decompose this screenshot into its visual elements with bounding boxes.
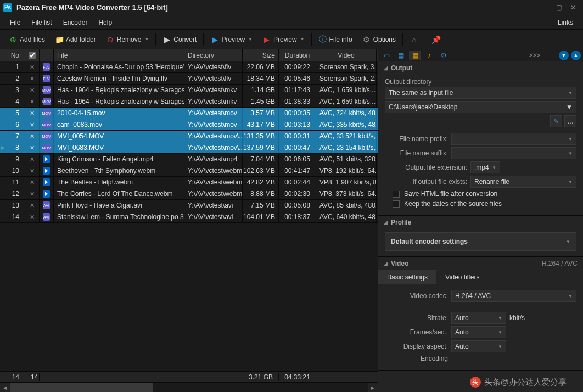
keep-dates-check[interactable]: Keep the dates of the source files xyxy=(385,200,576,208)
remove-button[interactable]: ⊖Remove▼ xyxy=(102,33,154,46)
options-button[interactable]: ⚙Options xyxy=(358,33,400,46)
row-dir: Y:\AV\vctest\mkv xyxy=(184,85,243,96)
row-remove[interactable]: ✕ xyxy=(25,154,40,165)
row-remove[interactable]: ✕ xyxy=(25,142,40,153)
table-row[interactable]: 2✕FLVCzesław Niemen - Inside I'm Dying.f… xyxy=(0,73,378,85)
nav-more[interactable]: >>> xyxy=(529,52,540,59)
col-dur[interactable]: Duration xyxy=(279,49,316,61)
aspect-dropdown[interactable]: Auto▼ xyxy=(451,340,506,352)
fps-dropdown[interactable]: Auto▼ xyxy=(451,326,506,338)
table-row[interactable]: 5✕MOV2010-04-15.movY:\AV\vctest\mov3.57 … xyxy=(0,108,378,119)
row-dur: 00:41:47 xyxy=(279,165,316,176)
hscrollbar[interactable]: ◂ ▸ xyxy=(0,382,378,392)
close-icon: ✕ xyxy=(30,156,35,163)
tab-output-icon[interactable]: ▭ xyxy=(380,51,393,60)
col-video[interactable]: Video xyxy=(316,49,377,61)
row-remove[interactable]: ✕ xyxy=(25,211,40,222)
menu-help[interactable]: Help xyxy=(93,16,117,29)
table-row[interactable]: 7✕MOVMVI_0054.MOVY:\AV\vctest\mov\...131… xyxy=(0,131,378,142)
table-row[interactable]: 11✕The Beatles - Help!.webmY:\AV\vctest\… xyxy=(0,177,378,188)
row-remove[interactable]: ✕ xyxy=(25,85,40,96)
edit-path-button[interactable]: ✎ xyxy=(550,115,562,127)
scroll-right-icon[interactable]: ▸ xyxy=(368,383,378,392)
minimize-button[interactable]: ─ xyxy=(538,2,551,13)
row-video: AVC, 1 659 kbit/s,... xyxy=(316,96,377,107)
row-remove[interactable]: ✕ xyxy=(25,61,40,72)
add-files-button[interactable]: ⊕Add files xyxy=(4,33,49,46)
menu-encoder[interactable]: Encoder xyxy=(58,16,93,29)
nav-up-icon[interactable]: ▲ xyxy=(571,51,581,60)
menu-filelist[interactable]: File list xyxy=(26,16,57,29)
bitrate-dropdown[interactable]: Auto▼ xyxy=(451,312,506,324)
row-dir: Y:\AV\vctest\avi xyxy=(184,200,243,211)
table-row[interactable]: 6✕MOVcam_0083.movY:\AV\vctest\mov43.17 M… xyxy=(0,119,378,131)
output-header[interactable]: ◢Output xyxy=(378,61,583,75)
row-remove[interactable]: ✕ xyxy=(25,200,40,211)
row-dir: Y:\AV\vctest\webm xyxy=(184,188,243,199)
outpath-field[interactable]: C:\Users\jacek\Desktop▼ xyxy=(385,101,576,113)
table-row[interactable]: 3✕MKVHas - 1964 - Rękopis znaleziony w S… xyxy=(0,85,378,96)
codec-dropdown[interactable]: H.264 / AVC▼ xyxy=(451,290,576,302)
list-body[interactable]: 1✕FLVChopin - Polonaise As-Dur op 53 'He… xyxy=(0,61,378,371)
table-row[interactable]: 9✕King Crimson - Fallen Angel.mp4Y:\AV\v… xyxy=(0,154,378,165)
table-row[interactable]: 4✕MKVHas - 1964 - Rękopis znaleziony w S… xyxy=(0,96,378,108)
add-folder-button[interactable]: 📁Add folder xyxy=(51,33,100,46)
preview1-button[interactable]: ▶Preview▼ xyxy=(206,33,257,46)
col-size[interactable]: Size xyxy=(243,49,279,61)
menu-links[interactable]: Links xyxy=(552,16,579,29)
ext-dropdown[interactable]: .mp4▼ xyxy=(470,161,500,173)
tab-basic-settings[interactable]: Basic settings xyxy=(378,270,436,284)
tab-audio-icon[interactable]: ♪ xyxy=(423,51,435,60)
menu-file[interactable]: File xyxy=(4,16,26,29)
close-button[interactable]: ✕ xyxy=(567,2,580,13)
col-no[interactable]: No xyxy=(0,49,25,61)
maximize-button[interactable]: ▢ xyxy=(552,2,565,13)
file-type-icon: AVI xyxy=(43,201,50,209)
row-remove[interactable]: ✕ xyxy=(25,177,40,188)
row-remove[interactable]: ✕ xyxy=(25,96,40,107)
row-remove[interactable]: ✕ xyxy=(25,73,40,84)
tab-document-icon[interactable]: ▤ xyxy=(395,51,407,60)
preview2-button[interactable]: ▶Preview▼ xyxy=(258,33,309,46)
exists-dropdown[interactable]: Rename file▼ xyxy=(470,176,576,188)
row-remove[interactable]: ✕ xyxy=(25,131,40,142)
col-icon[interactable] xyxy=(40,49,54,61)
browse-path-button[interactable]: … xyxy=(564,115,576,127)
nav-down-icon[interactable]: ▼ xyxy=(559,51,569,60)
row-icon xyxy=(40,188,54,199)
check-all[interactable] xyxy=(29,52,36,59)
fileinfo-button[interactable]: ⓘFile info xyxy=(314,33,357,46)
row-file: King Crimson - Fallen Angel.mp4 xyxy=(54,154,184,165)
home-button[interactable]: ⌂ xyxy=(405,33,423,46)
tab-settings-icon[interactable]: ⚙ xyxy=(438,51,450,60)
table-row[interactable]: 10✕Beethoven - 7th Symphony.webmY:\AV\vc… xyxy=(0,165,378,177)
col-file[interactable]: File xyxy=(54,49,184,61)
col-dir[interactable]: Directory xyxy=(184,49,243,61)
row-remove[interactable]: ✕ xyxy=(25,188,40,199)
prefix-field[interactable]: ▼ xyxy=(451,133,576,145)
video-header[interactable]: ◢VideoH.264 / AVC xyxy=(378,257,583,270)
convert-button[interactable]: ▶Convert xyxy=(158,33,201,46)
profile-header[interactable]: ◢Profile xyxy=(378,216,583,229)
table-row[interactable]: 12✕The Corries - Lord Of The Dance.webmY… xyxy=(0,188,378,200)
scroll-left-icon[interactable]: ◂ xyxy=(0,383,10,392)
row-dir: Y:\AV\vctest\mov xyxy=(184,119,243,130)
outdir-dropdown[interactable]: The same as input file▼ xyxy=(385,87,576,99)
table-row[interactable]: 14✕AVIStanisław Lem - Summa Technologiae… xyxy=(0,211,378,223)
row-remove[interactable]: ✕ xyxy=(25,119,40,130)
suffix-field[interactable]: ▼ xyxy=(451,147,576,159)
save-html-check[interactable]: Save HTML file after conversion xyxy=(385,190,576,198)
table-row[interactable]: 13✕AVIPink Floyd - Have a Cigar.aviY:\AV… xyxy=(0,200,378,211)
table-row[interactable]: ▶8✕MOVMVI_0683.MOVY:\AV\vctest\mov\...13… xyxy=(0,142,378,154)
file-type-icon: MOV xyxy=(43,144,51,152)
table-row[interactable]: 1✕FLVChopin - Polonaise As-Dur op 53 'He… xyxy=(0,61,378,73)
row-remove[interactable]: ✕ xyxy=(25,165,40,176)
profile-dropdown[interactable]: Default encoder settings▼ xyxy=(385,232,576,251)
col-check[interactable] xyxy=(25,49,40,61)
pin-button[interactable]: 📌 xyxy=(428,33,445,46)
play-file-icon xyxy=(43,190,50,198)
tab-video-filters[interactable]: Video filters xyxy=(436,270,488,284)
row-remove[interactable]: ✕ xyxy=(25,108,40,119)
tab-video-icon[interactable]: ▦ xyxy=(409,51,421,60)
scroll-thumb[interactable] xyxy=(10,383,153,392)
